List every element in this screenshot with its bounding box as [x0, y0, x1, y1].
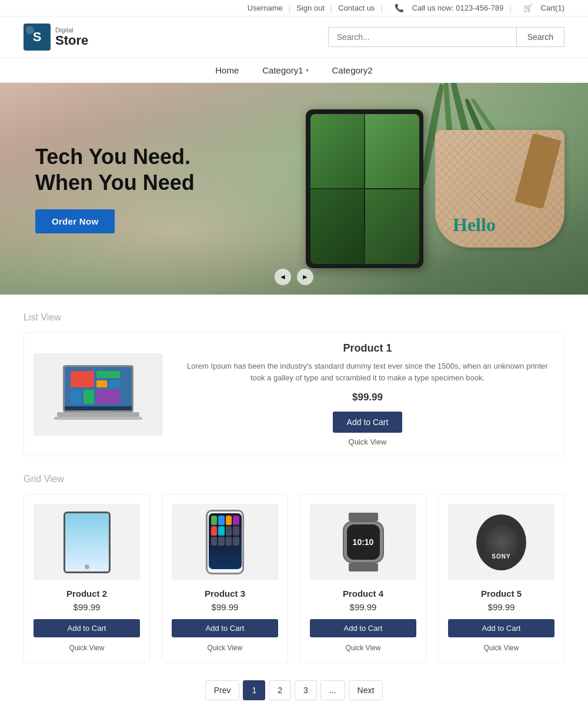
pagination-prev[interactable]: Prev — [205, 680, 240, 700]
app-icon — [211, 537, 218, 546]
watch-band-bottom — [349, 563, 378, 571]
app-icon — [211, 526, 218, 536]
product4-quick-view[interactable]: Quick View — [346, 644, 381, 652]
logo-store: Store — [55, 34, 88, 48]
svg-rect-4 — [96, 380, 107, 387]
watch-time-display: 10:10 — [353, 537, 374, 547]
app-icon — [218, 516, 225, 525]
chevron-down-icon: ▾ — [306, 67, 309, 73]
app-icon — [211, 516, 218, 525]
list-view-product: Product 1 Lorem Ipsum has been the indus… — [24, 332, 564, 456]
product1-price: $99.99 — [181, 392, 554, 403]
svg-rect-8 — [96, 390, 120, 404]
app-icon — [226, 516, 232, 525]
carousel-prev-button[interactable]: ◄ — [275, 269, 291, 285]
list-view-title: List View — [24, 312, 564, 323]
grid-view-container: Product 2 $99.99 Add to Cart Quick View — [24, 494, 564, 663]
app-icon — [226, 537, 232, 546]
pagination-page-3[interactable]: 3 — [295, 680, 317, 700]
nav-category2[interactable]: Category2 — [332, 65, 373, 75]
product1-info: Product 1 Lorem Ipsum has been the indus… — [181, 342, 554, 446]
search-input[interactable] — [328, 27, 516, 47]
svg-rect-12 — [83, 411, 113, 413]
product5-price: $99.99 — [448, 602, 554, 612]
phone-screen — [209, 513, 242, 569]
carousel-next-button[interactable]: ► — [297, 269, 313, 285]
pagination-ellipsis: ... — [320, 680, 345, 700]
product3-add-to-cart[interactable]: Add to Cart — [172, 619, 278, 637]
product1-quick-view[interactable]: Quick View — [349, 437, 387, 446]
product5-add-to-cart[interactable]: Add to Cart — [448, 619, 554, 637]
cart-info[interactable]: 🛒 Cart(1) — [517, 4, 564, 12]
hero-basket-illustration — [435, 130, 564, 248]
top-bar: Username | Sign out | Contact us | 📞 Cal… — [0, 0, 588, 16]
product2-quick-view[interactable]: Quick View — [69, 644, 105, 652]
svg-rect-10 — [57, 412, 139, 417]
signout-link[interactable]: Sign out — [296, 4, 325, 12]
logo-text: Digital Store — [55, 26, 88, 48]
hero-title: Tech You Need. When You Need — [35, 144, 195, 195]
grid-product-5: SONY Product 5 $99.99 Add to Cart Quick … — [438, 494, 564, 663]
watch-illustration: 10:10 — [337, 513, 390, 571]
product1-name: Product 1 — [181, 342, 554, 355]
logo[interactable]: S Digital Store — [24, 24, 88, 51]
tablet-illustration — [64, 512, 111, 573]
pagination-page-2[interactable]: 2 — [269, 680, 291, 700]
product3-name: Product 3 — [172, 589, 278, 599]
laptop-svg — [48, 359, 148, 430]
speaker-brand-label: SONY — [492, 553, 510, 560]
nav-home[interactable]: Home — [215, 65, 239, 75]
divider4: | — [509, 4, 511, 12]
speaker-illustration: SONY — [476, 514, 526, 570]
product5-quick-view[interactable]: Quick View — [484, 644, 519, 652]
username-link[interactable]: Username — [248, 4, 283, 12]
home-button — [85, 564, 89, 569]
product4-price: $99.99 — [310, 602, 416, 612]
nav-category1[interactable]: Category1 ▾ — [262, 65, 308, 75]
hero-content: Tech You Need. When You Need Order Now — [0, 121, 230, 256]
tablet-device — [64, 512, 111, 573]
app-icon — [233, 526, 239, 536]
product4-name: Product 4 — [310, 589, 416, 599]
watch-face: 10:10 — [343, 521, 384, 564]
phone-icon: 📞 — [395, 4, 404, 12]
phone-illustration — [206, 510, 244, 574]
divider1: | — [289, 4, 290, 12]
app-icon — [218, 537, 225, 546]
product3-quick-view[interactable]: Quick View — [208, 644, 243, 652]
product1-desc: Lorem Ipsum has been the industry's stan… — [181, 360, 554, 383]
screen-cell — [310, 189, 365, 264]
product2-price: $99.99 — [34, 602, 140, 612]
main-content: List View — [0, 295, 588, 722]
hero-cta-button[interactable]: Order Now — [35, 209, 115, 233]
contact-link[interactable]: Contact us — [338, 4, 375, 12]
product2-image — [34, 504, 140, 580]
product3-image — [172, 504, 278, 580]
product4-image: 10:10 — [310, 504, 416, 580]
grid-product-4: 10:10 Product 4 $99.99 Add to Cart Quick… — [300, 494, 426, 663]
product5-image: SONY — [448, 504, 554, 580]
divider2: | — [330, 4, 332, 12]
svg-rect-3 — [96, 371, 120, 378]
pagination-next[interactable]: Next — [349, 680, 383, 700]
product2-add-to-cart[interactable]: Add to Cart — [34, 619, 140, 637]
divider3: | — [380, 4, 382, 12]
watch-band-top — [349, 513, 378, 521]
grid-product-2: Product 2 $99.99 Add to Cart Quick View — [24, 494, 150, 663]
app-icon — [233, 516, 239, 525]
app-icon — [218, 526, 225, 536]
product4-add-to-cart[interactable]: Add to Cart — [310, 619, 416, 637]
pagination-page-1[interactable]: 1 — [243, 680, 265, 700]
cart-count: Cart(1) — [541, 4, 564, 12]
screen-cell — [310, 114, 365, 189]
watch-face-inner: 10:10 — [347, 524, 380, 560]
pagination: Prev 1 2 3 ... Next — [24, 680, 564, 700]
hero-carousel-controls: ◄ ► — [275, 269, 313, 285]
app-icon — [233, 537, 239, 546]
hero-device-illustration — [306, 109, 423, 268]
grid-view-title: Grid View — [24, 474, 564, 484]
hero-banner: Tech You Need. When You Need Order Now ◄… — [0, 83, 588, 295]
svg-rect-7 — [83, 390, 94, 404]
search-button[interactable]: Search — [516, 27, 564, 47]
product1-add-to-cart[interactable]: Add to Cart — [333, 412, 403, 433]
